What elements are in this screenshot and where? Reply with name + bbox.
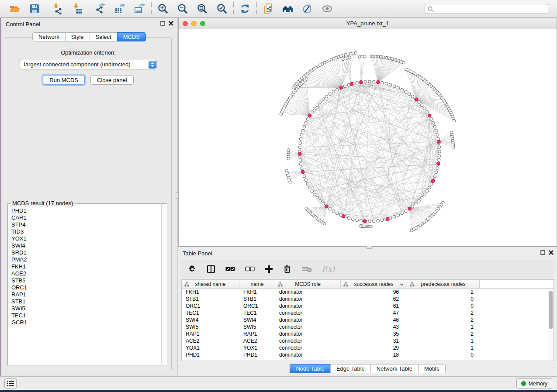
network-node-selected[interactable] bbox=[437, 140, 441, 144]
network-node[interactable] bbox=[313, 193, 316, 196]
import-table-button[interactable] bbox=[71, 3, 83, 15]
mcds-result-list[interactable]: PHD1CAR1STP4TID3YOX1SWI4SRD1PMA2FKH1ACE2… bbox=[8, 205, 161, 364]
network-node[interactable] bbox=[305, 207, 308, 210]
network-node[interactable] bbox=[303, 175, 306, 178]
network-node[interactable] bbox=[299, 158, 302, 162]
network-node-selected[interactable] bbox=[325, 205, 329, 208]
export-network-button[interactable] bbox=[94, 3, 107, 15]
eye-button[interactable] bbox=[321, 3, 333, 15]
zoom-in-button[interactable] bbox=[157, 3, 169, 15]
network-titlebar[interactable]: YPA_prune.txt_1 bbox=[179, 18, 557, 29]
table-row[interactable]: ACE2ACE2connector311 bbox=[182, 337, 554, 344]
close-panel-icon[interactable] bbox=[549, 250, 554, 255]
network-node[interactable] bbox=[410, 229, 413, 232]
tab-mcds[interactable]: MCDS bbox=[117, 32, 146, 41]
network-node[interactable] bbox=[363, 55, 366, 58]
network-canvas[interactable] bbox=[179, 29, 557, 246]
network-node-selected[interactable] bbox=[415, 98, 418, 101]
add-column-button[interactable] bbox=[265, 265, 273, 273]
network-node-selected[interactable] bbox=[350, 83, 353, 86]
network-node[interactable] bbox=[432, 121, 435, 124]
close-window-icon[interactable] bbox=[183, 21, 188, 26]
network-node[interactable] bbox=[377, 220, 380, 223]
network-node[interactable] bbox=[428, 186, 431, 189]
network-node[interactable] bbox=[435, 171, 438, 174]
network-node[interactable] bbox=[393, 215, 396, 218]
import-network-button[interactable] bbox=[52, 3, 64, 15]
network-node[interactable] bbox=[316, 104, 319, 107]
column-header-predecessor-nodes[interactable]: predecessor nodes bbox=[407, 280, 480, 288]
select-all-button[interactable] bbox=[225, 266, 235, 272]
list-item[interactable]: CAR1 bbox=[11, 214, 161, 221]
network-node[interactable] bbox=[311, 110, 314, 113]
table-row[interactable]: ORC1ORC1dominator610 bbox=[182, 303, 554, 309]
tab-select[interactable]: Select bbox=[90, 32, 118, 41]
network-node[interactable] bbox=[368, 220, 371, 223]
network-node[interactable] bbox=[411, 205, 414, 208]
network-node-selected[interactable] bbox=[437, 162, 440, 165]
network-node[interactable] bbox=[329, 207, 332, 210]
table-row[interactable]: TEC1TEC1connector472 bbox=[182, 309, 554, 316]
float-panel-icon[interactable] bbox=[160, 21, 165, 26]
network-node[interactable] bbox=[303, 125, 306, 128]
network-node[interactable] bbox=[404, 210, 407, 213]
column-header-successor-nodes[interactable]: successor nodes bbox=[341, 280, 407, 288]
network-node[interactable] bbox=[418, 101, 421, 104]
network-node[interactable] bbox=[418, 199, 421, 203]
network-node[interactable] bbox=[453, 119, 456, 122]
network-node[interactable] bbox=[423, 193, 426, 196]
network-node[interactable] bbox=[404, 90, 407, 93]
network-node[interactable] bbox=[436, 133, 439, 136]
float-panel-icon[interactable] bbox=[540, 250, 545, 255]
run-mcds-button[interactable]: Run MCDS bbox=[43, 75, 85, 85]
tab-network[interactable]: Network bbox=[32, 32, 66, 41]
network-node[interactable] bbox=[423, 107, 426, 110]
network-node[interactable] bbox=[397, 86, 400, 89]
network-node[interactable] bbox=[354, 52, 357, 55]
list-item[interactable]: YOX1 bbox=[11, 235, 161, 242]
network-file-button[interactable] bbox=[262, 3, 274, 15]
show-log-button[interactable] bbox=[4, 378, 17, 389]
network-node[interactable] bbox=[319, 101, 322, 104]
network-node[interactable] bbox=[301, 129, 304, 132]
zoom-out-button[interactable] bbox=[176, 3, 189, 15]
network-node[interactable] bbox=[332, 210, 335, 213]
network-node[interactable] bbox=[336, 88, 339, 91]
network-node[interactable] bbox=[433, 175, 436, 178]
network-node[interactable] bbox=[306, 117, 309, 120]
divider-handle-horizontal[interactable] bbox=[366, 246, 373, 249]
network-node[interactable] bbox=[433, 125, 436, 128]
network-node[interactable] bbox=[313, 107, 316, 110]
network-node[interactable] bbox=[402, 61, 405, 64]
network-node[interactable] bbox=[300, 133, 303, 136]
network-node-selected[interactable] bbox=[386, 217, 390, 221]
list-item[interactable]: TID3 bbox=[11, 228, 161, 235]
function-builder-button[interactable]: f(x) bbox=[322, 265, 335, 273]
list-item[interactable]: PHD1 bbox=[11, 207, 161, 214]
table-scrollbar[interactable] bbox=[548, 289, 554, 361]
save-button[interactable] bbox=[28, 3, 41, 15]
tab-style[interactable]: Style bbox=[65, 32, 90, 41]
network-node[interactable] bbox=[359, 224, 362, 227]
list-item[interactable]: RAP1 bbox=[11, 291, 161, 298]
network-node[interactable] bbox=[430, 182, 433, 186]
list-item[interactable]: ORC1 bbox=[11, 284, 161, 291]
network-node[interactable] bbox=[381, 81, 384, 84]
network-node[interactable] bbox=[401, 88, 404, 91]
network-node[interactable] bbox=[285, 169, 288, 172]
close-panel-button[interactable]: Close panel bbox=[90, 75, 134, 85]
network-node[interactable] bbox=[348, 56, 351, 59]
list-item[interactable]: PMA2 bbox=[11, 256, 161, 263]
network-node-selected[interactable] bbox=[360, 80, 363, 84]
network-node[interactable] bbox=[385, 82, 388, 85]
column-header-mcds-role[interactable]: MCDS role bbox=[275, 280, 341, 288]
network-node[interactable] bbox=[287, 148, 290, 151]
list-item[interactable]: TEC1 bbox=[11, 312, 161, 319]
network-node[interactable] bbox=[411, 95, 414, 98]
network-node[interactable] bbox=[322, 98, 325, 101]
network-node-selected[interactable] bbox=[431, 179, 435, 183]
table-row[interactable]: FKH1FKH1dominator962 bbox=[182, 289, 554, 296]
network-node[interactable] bbox=[438, 154, 441, 157]
table-row[interactable]: SWI5SWI5connector431 bbox=[182, 323, 554, 330]
network-node[interactable] bbox=[372, 80, 375, 83]
